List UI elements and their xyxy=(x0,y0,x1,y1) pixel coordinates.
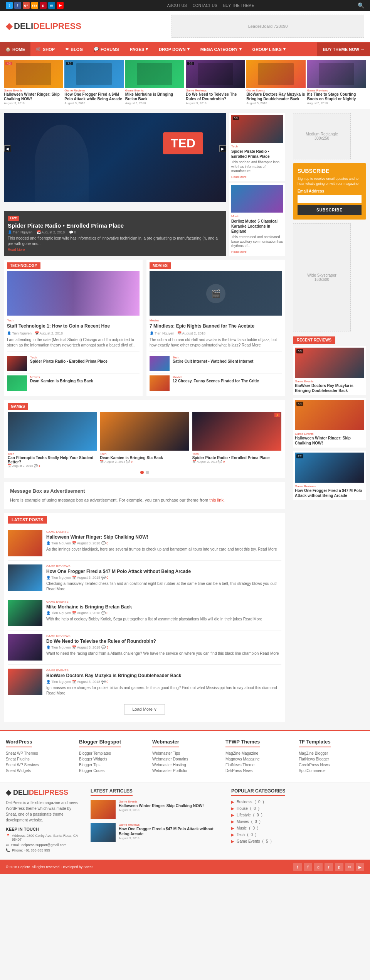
small-post-item-4[interactable]: Movies 12 Cheesy, Funny Scenes Pirated f… xyxy=(150,373,282,393)
footer-link-0-2[interactable]: Sneat WP Services xyxy=(6,763,71,767)
footer-link-0-3[interactable]: Sneat Widgets xyxy=(6,769,71,773)
games-slide-2[interactable]: Tech Dean Kamien is Bringing Sta Back 📅 … xyxy=(100,412,189,468)
mail-icon[interactable]: m xyxy=(48,2,55,9)
footer-link-1-0[interactable]: Blogger Templates xyxy=(79,751,145,755)
small-post-thumb-3 xyxy=(150,356,170,371)
footer-twitter-icon[interactable]: t xyxy=(293,863,302,871)
nav-home[interactable]: 🏠 HOME xyxy=(0,42,30,56)
cat-strip-item-1[interactable]: 4.2 Game Events Halloween Winter Ringer:… xyxy=(4,60,63,105)
nav-dropdown[interactable]: DROP DOWN ▾ xyxy=(153,42,195,56)
latest-post-3[interactable]: Game Events Mike Morhaine is Bringing Br… xyxy=(8,596,281,630)
latest-post-1[interactable]: Game Events Halloween Winter Ringer: Ski… xyxy=(8,526,281,561)
site-logo[interactable]: ◆DELIDELIPRESS xyxy=(6,21,81,31)
header-ad-leaderboard: LeaderBoard 728x90 xyxy=(172,15,364,38)
nav-buy-theme[interactable]: BUY THEME NOW → xyxy=(317,42,370,56)
footer-popular-item-6[interactable]: ▶ Game Events (5) xyxy=(231,839,364,843)
footer-latest-title: LATEST ARTICLES xyxy=(91,788,133,796)
footer-link-2-0[interactable]: Webmaster Tips xyxy=(152,751,218,755)
footer-link-0-0[interactable]: Sneat WP Themes xyxy=(6,751,71,755)
footer-link-1-1[interactable]: Blogger Widgets xyxy=(79,757,145,761)
nav-group-links[interactable]: GROUP LINKS ▾ xyxy=(247,42,291,56)
footer-latest-article-2[interactable]: Game Reviews How One Frogger Fired a $47… xyxy=(91,823,224,842)
hero-image: TED ◀ ▶ xyxy=(4,113,226,202)
side-post-1-read-more[interactable]: Read More xyxy=(231,175,247,179)
footer-link-4-0[interactable]: MagZine Blogger xyxy=(299,751,364,755)
youtube-icon[interactable]: ▶ xyxy=(57,2,64,9)
message-box-link[interactable]: this link. xyxy=(209,498,225,502)
subscribe-email-input[interactable] xyxy=(298,195,362,203)
footer-link-2-1[interactable]: Webmaster Domains xyxy=(152,757,218,761)
load-more-button[interactable]: Load More ∨ xyxy=(124,704,165,715)
nav-forums[interactable]: 💬 FORUMS xyxy=(88,42,124,56)
cat-strip-item-6[interactable]: Game Reviews It's Time to Stage Courting… xyxy=(307,60,366,105)
footer-col-webmaster: Webmaster Webmaster Tips Webmaster Domai… xyxy=(152,739,218,774)
footer-pinterest-icon[interactable]: p xyxy=(335,863,343,871)
buy-theme-link[interactable]: BUY THE THEME xyxy=(223,3,254,8)
small-post-item-2[interactable]: Movies Dean Kamien is Bringing Sta Back xyxy=(7,373,140,393)
hero-next-button[interactable]: ▶ xyxy=(219,145,226,152)
games-slide-2-thumb xyxy=(100,412,189,451)
rss-icon[interactable]: rss xyxy=(31,2,38,9)
nav-mega-category[interactable]: MEGA CATEGORY ▾ xyxy=(195,42,247,56)
small-post-item-1[interactable]: Tech Spider Pirate Radio • Enrolled Prim… xyxy=(7,354,140,373)
footer-popular-item-1[interactable]: ▶ House (0) xyxy=(231,806,364,811)
footer-latest-article-1[interactable]: Game Events Halloween Winter Ringer: Ski… xyxy=(91,800,224,819)
cat-strip-item-5[interactable]: Game Events BioWare Doctors Ray Muzyka i… xyxy=(246,60,305,105)
facebook-icon[interactable]: f xyxy=(14,2,21,9)
subscribe-button[interactable]: SUBSCRIBE xyxy=(298,205,362,215)
footer-link-4-2[interactable]: GreekPress News xyxy=(299,763,364,767)
footer-link-4-1[interactable]: FlatNews Blogger xyxy=(299,757,364,761)
review-item-1[interactable]: 5.3 Game Events BioWare Doctors Ray Muzy… xyxy=(293,346,366,395)
footer-popular-item-3[interactable]: ▶ Movies (0) xyxy=(231,819,364,824)
footer-popular-item-5[interactable]: ▶ Tech (0) xyxy=(231,833,364,837)
small-post-thumb-1 xyxy=(7,356,27,371)
footer-link-0-1[interactable]: Sneat Plugins xyxy=(6,757,71,761)
contact-us-link[interactable]: CONTACT US xyxy=(193,3,217,8)
footer-popular-item-2[interactable]: ▶ Lifestyle (0) xyxy=(231,813,364,817)
google-plus-icon[interactable]: g+ xyxy=(23,2,30,9)
cat-strip-item-4[interactable]: 5.3 Game Reviews Do We Need to Televise … xyxy=(186,60,245,105)
nav-pages[interactable]: PAGES ▾ xyxy=(124,42,154,56)
footer-google-plus-icon[interactable]: g xyxy=(314,863,323,871)
latest-post-4[interactable]: Game Reviews Do We Need to Televise the … xyxy=(8,630,281,665)
footer-link-4-3[interactable]: SpotCommerce xyxy=(299,769,364,773)
review-item-3[interactable]: 7.2 Game Reviews How One Frogger Fired a… xyxy=(293,451,366,500)
search-icon[interactable]: 🔍 xyxy=(358,2,364,8)
review-item-2[interactable]: 4.4 Game Events Halloween Winter Ringer:… xyxy=(293,398,366,448)
footer-link-3-0[interactable]: MagZine Magazine xyxy=(225,751,291,755)
footer-link-1-3[interactable]: Blogger Codes xyxy=(79,769,145,773)
small-post-item-3[interactable]: Tech Satire Cult Internet • Watched Sile… xyxy=(150,354,282,373)
side-post-2-read-more[interactable]: Read More xyxy=(231,250,247,253)
twitter-icon[interactable]: t xyxy=(6,2,13,9)
footer-youtube-icon[interactable]: ▶ xyxy=(356,863,364,871)
hero-side-post-2[interactable]: Music Berlioz Muted 5 Classical Karaoke … xyxy=(229,183,285,256)
footer-popular-item-4[interactable]: ▶ Music (0) xyxy=(231,826,364,830)
games-slide-3[interactable]: ⚡ Tech Spider Pirate Radio • Enrolled Pr… xyxy=(192,412,281,468)
footer-popular-item-0[interactable]: ▶ Business (0) xyxy=(231,800,364,804)
footer-link-3-2[interactable]: FlatNews Theme xyxy=(225,763,291,767)
nav-blog[interactable]: ✏ BLOG xyxy=(60,42,88,56)
cat-strip-item-2[interactable]: 7.0 Game Reviews How One Frogger Fired a… xyxy=(64,60,123,105)
footer-link-2-2[interactable]: Webmaster Hosting xyxy=(152,763,218,767)
footer-link-2-3[interactable]: Webmaster Portfolio xyxy=(152,769,218,773)
cat-strip-item-3[interactable]: Game Events Mike Morhaine is Bringing Br… xyxy=(125,60,184,105)
latest-post-2[interactable]: Game Reviews How One Frogger Fired a $47… xyxy=(8,561,281,596)
games-slide-1[interactable]: Tech Can Fiberoptic Techs Really Help Yo… xyxy=(8,412,97,468)
games-dot-2[interactable] xyxy=(146,471,149,474)
footer-link-3-3[interactable]: DeliPress News xyxy=(225,769,291,773)
footer-mail-icon[interactable]: ✉ xyxy=(345,863,354,871)
about-us-link[interactable]: ABOUT US xyxy=(167,3,187,8)
sidebar-ad-medium: Medium Rectangle 300x250 xyxy=(293,113,351,159)
latest-post-5[interactable]: Game Events BioWare Doctors Ray Muzyka i… xyxy=(8,665,281,700)
games-slide-3-thumb: ⚡ xyxy=(192,412,281,451)
nav-shop[interactable]: 🛒 SHOP xyxy=(30,42,60,56)
footer-link-3-1[interactable]: Magnews Magazine xyxy=(225,757,291,761)
footer-rss-icon[interactable]: r xyxy=(325,863,333,871)
games-dot-1[interactable] xyxy=(140,471,144,474)
hero-side-post-1[interactable]: 5.3 Tech Spider Pirate Radio • Enrolled … xyxy=(229,113,285,181)
hero-prev-button[interactable]: ◀ xyxy=(4,145,11,152)
hero-read-more[interactable]: Read More xyxy=(8,248,25,252)
footer-link-1-2[interactable]: Blogger Tips xyxy=(79,763,145,767)
pinterest-icon[interactable]: p xyxy=(40,2,47,9)
footer-facebook-icon[interactable]: f xyxy=(304,863,312,871)
